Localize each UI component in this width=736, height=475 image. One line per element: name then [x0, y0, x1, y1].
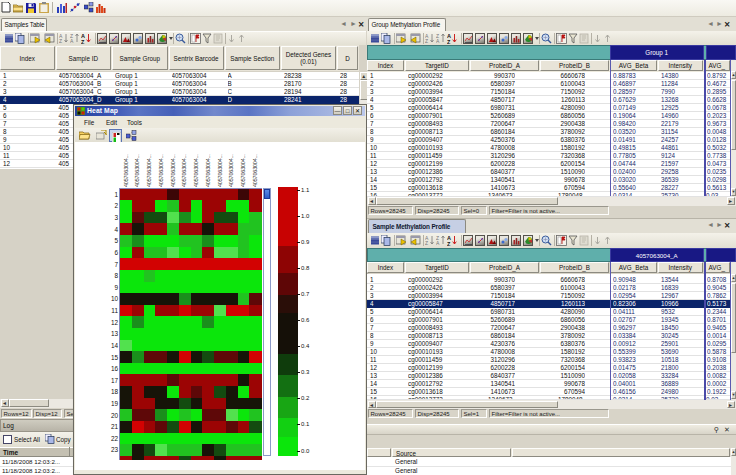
svg-text:A: A: [70, 38, 74, 44]
svg-text:A: A: [436, 38, 440, 44]
svg-text:Z: Z: [447, 241, 451, 247]
svg-text:A: A: [436, 240, 440, 246]
svg-text:Z: Z: [425, 38, 428, 44]
svg-text:Z: Z: [447, 39, 451, 45]
svg-text:Z: Z: [81, 39, 85, 45]
svg-text:Z: Z: [59, 38, 62, 44]
svg-text:Z: Z: [425, 240, 428, 246]
